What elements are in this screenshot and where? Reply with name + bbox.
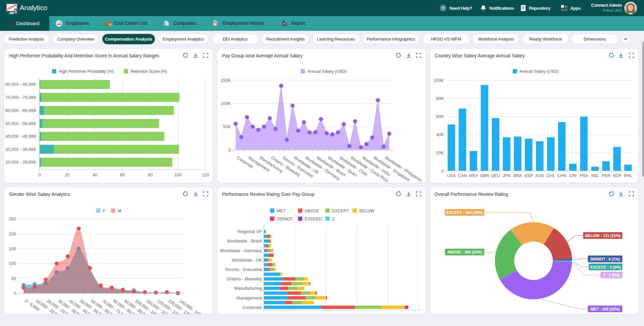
svg-text:0: 0 — [441, 168, 444, 173]
svg-text:80,000 - 89,999: 80,000 - 89,999 — [5, 82, 36, 87]
svg-text:0: 0 — [38, 172, 41, 177]
svg-text:50K: 50K — [223, 124, 231, 129]
svg-text:CHL: CHL — [546, 173, 555, 178]
svg-text:80: 80 — [148, 172, 153, 177]
svg-text:Worldwide - UK: Worldwide - UK — [232, 258, 262, 263]
svg-text:ESP: ESP — [524, 173, 533, 178]
svg-text:60,000 - 69,999: 60,000 - 69,999 — [5, 108, 36, 113]
svg-text:70,000 - 79,999: 70,000 - 79,999 — [5, 95, 36, 100]
svg-text:20,000 - 29,999: 20,000 - 29,999 — [5, 160, 36, 165]
svg-text:MET : 359 (42%): MET : 359 (42%) — [590, 307, 620, 312]
svg-text:30,000 - 39,999: 30,000 - 39,999 — [5, 147, 36, 152]
svg-text:PHL: PHL — [624, 173, 632, 178]
svg-text:F: F — [103, 209, 106, 213]
svg-text:250: 250 — [9, 216, 16, 221]
svg-text:20: 20 — [65, 172, 69, 177]
svg-text:BRA: BRA — [513, 173, 522, 178]
svg-text:M: M — [118, 209, 121, 213]
svg-text:Retention Score (%): Retention Score (%) — [130, 69, 167, 74]
svg-text:0: 0 — [228, 148, 231, 153]
svg-text:100K: 100K — [221, 101, 231, 106]
svg-text:Manufacturing: Manufacturing — [234, 286, 262, 291]
svg-text:CRI: CRI — [569, 173, 577, 178]
svg-text:EXCEED : 4 (0%): EXCEED : 4 (0%) — [590, 265, 621, 270]
svg-text:FRA: FRA — [580, 173, 588, 178]
svg-text:EXCEPT: EXCEPT — [332, 209, 349, 213]
svg-text:IND: IND — [591, 173, 599, 178]
svg-text:BELOW : 131 (15%): BELOW : 131 (15%) — [585, 233, 621, 238]
svg-text:SGP: SGP — [612, 173, 621, 178]
svg-text:Worldwide - Brazil: Worldwide - Brazil — [227, 238, 262, 243]
svg-text:Corporate: Corporate — [243, 305, 262, 310]
svg-text:50: 50 — [11, 276, 16, 281]
svg-text:Worldwide - Germany: Worldwide - Germany — [220, 248, 262, 253]
svg-text:USA: USA — [447, 173, 455, 178]
svg-text:150K: 150K — [221, 78, 231, 83]
svg-text:20K: 20K — [436, 150, 444, 155]
svg-text:MEX: MEX — [469, 173, 478, 178]
svg-text:ABOVE : 200 (23%): ABOVE : 200 (23%) — [447, 250, 482, 255]
svg-text:50,000 - 59,999: 50,000 - 59,999 — [5, 121, 36, 126]
svg-text:120: 120 — [202, 172, 209, 177]
svg-text:DIDNOT : 6 (1%): DIDNOT : 6 (1%) — [590, 257, 620, 262]
svg-text:40: 40 — [93, 172, 97, 177]
svg-text:200: 200 — [9, 231, 16, 236]
svg-text:Z : 1 (0%): Z : 1 (0%) — [603, 273, 620, 278]
svg-text:100: 100 — [9, 261, 16, 266]
svg-text:60: 60 — [120, 172, 125, 177]
svg-text:ABOVE: ABOVE — [305, 209, 319, 213]
svg-text:PER: PER — [601, 173, 610, 178]
svg-text:JPN: JPN — [502, 173, 511, 178]
svg-text:CHN: CHN — [557, 173, 566, 178]
svg-text:EXCEPT : 164 (19%): EXCEPT : 164 (19%) — [446, 210, 483, 215]
svg-text:Ontario - Biweekly: Ontario - Biweekly — [227, 276, 262, 281]
svg-text:Annual Salary (USD): Annual Salary (USD) — [308, 69, 346, 74]
svg-text:$: $ — [107, 22, 109, 25]
svg-text:100K: 100K — [433, 78, 444, 83]
svg-text:CAN: CAN — [458, 173, 467, 178]
svg-text:40K: 40K — [436, 132, 444, 137]
svg-text:MET: MET — [277, 209, 286, 213]
svg-text:High Performer Probability (%): High Performer Probability (%) — [59, 69, 114, 74]
svg-text:0: 0 — [14, 291, 16, 296]
svg-text:AUS: AUS — [535, 173, 544, 178]
svg-text:40,000 - 49,999: 40,000 - 49,999 — [5, 134, 36, 139]
svg-text:BELOW: BELOW — [359, 209, 374, 213]
svg-text:Management: Management — [236, 295, 262, 301]
svg-text:?: ? — [442, 6, 444, 11]
svg-text:GBR: GBR — [480, 173, 489, 178]
svg-text:DIDNOT: DIDNOT — [277, 217, 293, 221]
svg-text:Regional VP: Regional VP — [238, 229, 262, 234]
svg-text:EXCEED: EXCEED — [305, 217, 322, 221]
svg-text:Z: Z — [332, 217, 335, 221]
svg-text:80K: 80K — [436, 96, 444, 101]
svg-text:Toronto - Executive: Toronto - Executive — [225, 267, 262, 272]
svg-text:100: 100 — [174, 172, 182, 177]
svg-text:Annual Salary (USD): Annual Salary (USD) — [520, 69, 558, 74]
svg-text:60K: 60K — [436, 114, 444, 119]
svg-text:DEU: DEU — [491, 173, 500, 178]
svg-text:150: 150 — [9, 246, 16, 251]
